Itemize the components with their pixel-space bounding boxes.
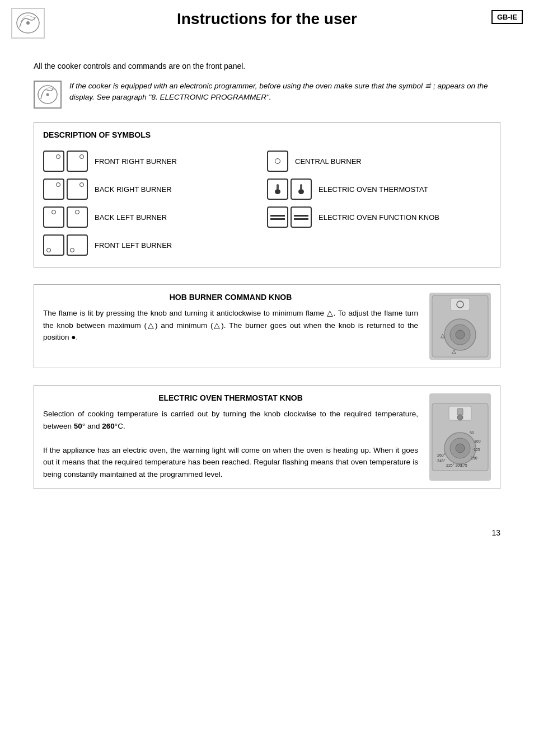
- svg-point-3: [46, 93, 49, 96]
- hob-text: HOB BURNER COMMAND KNOB The flame is lit…: [43, 293, 418, 360]
- page-header: Instructions for the user GB-IE: [0, 0, 534, 34]
- thermostat-label: ELECTRIC OVEN THERMOSTAT: [318, 185, 428, 194]
- svg-text:175: 175: [461, 463, 467, 467]
- front-left-label: FRONT LEFT BURNER: [95, 241, 172, 250]
- logo: [11, 8, 45, 39]
- notice-icon: [34, 81, 62, 109]
- knob-dot: [56, 182, 60, 187]
- symbols-title: DESCRIPTION OF SYMBOLS: [43, 130, 491, 139]
- thermo-stem: [277, 184, 279, 189]
- symbol-row-front-right: FRONT RIGHT BURNER: [43, 147, 267, 175]
- svg-point-1: [26, 21, 30, 25]
- back-left-icon-2: [67, 206, 88, 228]
- svg-text:245°: 245°: [437, 459, 446, 463]
- func-line: [270, 218, 285, 220]
- notice-text: If the cooker is equipped with an electr…: [69, 81, 500, 104]
- svg-text:·150: ·150: [470, 456, 477, 460]
- function-knob-label: ELECTRIC OVEN FUNCTION KNOB: [318, 213, 439, 222]
- back-left-icons: [43, 206, 88, 228]
- central-dot: [275, 158, 280, 164]
- front-left-icons: [43, 234, 88, 256]
- region-badge: GB-IE: [491, 10, 523, 24]
- main-content: All the cooker controls and commands are…: [0, 34, 534, 517]
- back-right-icon-1: [43, 179, 64, 200]
- svg-text:260°: 260°: [437, 453, 446, 457]
- svg-point-18: [456, 444, 465, 453]
- svg-point-9: [456, 330, 465, 339]
- thermo-stem: [300, 184, 302, 189]
- svg-text:△: △: [441, 332, 445, 339]
- symbol-row-function-knob: ELECTRIC OVEN FUNCTION KNOB: [267, 203, 491, 231]
- logo-image: [14, 11, 42, 36]
- front-left-icon-1: [43, 234, 64, 256]
- back-right-icons: [43, 179, 88, 200]
- back-right-icon-2: [67, 179, 88, 200]
- func-line: [294, 215, 308, 217]
- oven-body: Selection of cooking temperature is carr…: [43, 408, 418, 481]
- knob-dot: [79, 154, 84, 159]
- delta-max: △: [147, 321, 155, 330]
- svg-point-15: [457, 415, 463, 420]
- symbols-section: DESCRIPTION OF SYMBOLS FRONT RIGHT BURNE…: [34, 122, 500, 267]
- central-icons: [267, 151, 288, 172]
- symbol-row-thermostat: ELECTRIC OVEN THERMOSTAT: [267, 175, 491, 203]
- thermo-circle: [298, 189, 304, 194]
- svg-text:225° 200: 225° 200: [446, 463, 462, 467]
- func-line: [294, 218, 308, 220]
- knob-dot-bl: [70, 248, 74, 252]
- thermostat-icons: [267, 179, 312, 200]
- delta-min: △: [327, 309, 334, 317]
- back-left-icon-1: [43, 206, 64, 228]
- page-footer: 13: [0, 517, 534, 543]
- hob-body: The flame is lit by pressing the knob an…: [43, 307, 418, 344]
- oven-section: ELECTRIC OVEN THERMOSTAT KNOB Selection …: [34, 385, 500, 489]
- func-icon-2: [291, 206, 312, 228]
- svg-text:50: 50: [470, 431, 474, 435]
- symbols-right-column: CENTRAL BURNER: [267, 147, 491, 259]
- front-left-icon-2: [67, 234, 88, 256]
- front-right-icon-1: [43, 151, 64, 172]
- back-left-label: BACK LEFT BURNER: [95, 213, 167, 222]
- function-knob-icons: [267, 206, 312, 228]
- svg-text:△: △: [452, 348, 456, 354]
- func-line: [270, 215, 285, 217]
- page-number: 13: [491, 528, 500, 537]
- thermo-bulb: [275, 184, 280, 194]
- front-right-label: FRONT RIGHT BURNER: [95, 157, 177, 166]
- oven-text: ELECTRIC OVEN THERMOSTAT KNOB Selection …: [43, 393, 418, 481]
- back-right-label: BACK RIGHT BURNER: [95, 185, 172, 194]
- notice-box: If the cooker is equipped with an electr…: [34, 81, 500, 109]
- oven-knob-svg: 50 ·100 ·125 ·150 260° 245° 225° 200 175: [429, 401, 491, 473]
- hob-knob-svg: △ △: [429, 293, 491, 360]
- knob-dot-top: [51, 210, 56, 214]
- notice-svg: [36, 83, 59, 106]
- knob-dot-top: [75, 210, 79, 214]
- oven-title: ELECTRIC OVEN THERMOSTAT KNOB: [43, 393, 418, 402]
- front-right-icons: [43, 151, 88, 172]
- symbols-grid: FRONT RIGHT BURNER BACK RIGHT BURNER: [43, 147, 491, 259]
- thermo-circle: [275, 189, 280, 194]
- symbols-left-column: FRONT RIGHT BURNER BACK RIGHT BURNER: [43, 147, 267, 259]
- page-title: Instructions for the user: [177, 10, 357, 28]
- svg-text:·125: ·125: [472, 448, 480, 452]
- knob-dot-bl: [46, 248, 51, 252]
- thermo-icon-2: [291, 179, 312, 200]
- oven-image: 50 ·100 ·125 ·150 260° 245° 225° 200 175: [429, 393, 491, 481]
- thermo-icon-1: [267, 179, 288, 200]
- svg-text:·100: ·100: [473, 439, 481, 443]
- circle-symbol: ●: [71, 333, 76, 341]
- central-icon: [267, 151, 288, 172]
- intro-text: All the cooker controls and commands are…: [34, 62, 500, 71]
- func-icon-1: [267, 206, 288, 228]
- knob-dot: [56, 154, 60, 159]
- hob-section: HOB BURNER COMMAND KNOB The flame is lit…: [34, 284, 500, 368]
- delta-min2: △: [213, 321, 221, 330]
- svg-rect-14: [457, 408, 463, 415]
- front-right-icon-2: [67, 151, 88, 172]
- programmer-symbol: ≡̇: [425, 82, 433, 90]
- knob-dot: [79, 182, 84, 187]
- hob-title: HOB BURNER COMMAND KNOB: [43, 293, 418, 302]
- symbol-row-front-left: FRONT LEFT BURNER: [43, 231, 267, 259]
- thermo-bulb: [298, 184, 304, 194]
- symbol-row-back-right: BACK RIGHT BURNER: [43, 175, 267, 203]
